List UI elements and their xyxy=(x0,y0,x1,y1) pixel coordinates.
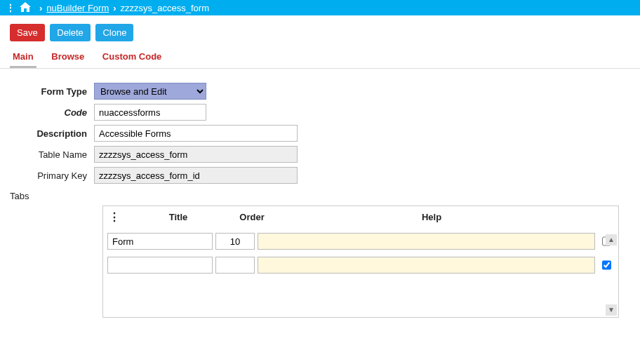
grid-row-checkbox[interactable] xyxy=(602,257,611,274)
save-button[interactable]: Save xyxy=(10,24,45,41)
tab-custom[interactable]: Custom Code xyxy=(100,48,165,66)
breadcrumb-bar: ⋮ › nuBuilder Form › zzzzsys_access_form xyxy=(0,0,640,15)
col-header-title: Title xyxy=(126,212,231,222)
label-code: Code xyxy=(10,107,94,118)
breadcrumb-page: zzzzsys_access_form xyxy=(121,3,209,13)
table-row xyxy=(107,231,614,252)
scroll-up-icon[interactable]: ▲ xyxy=(606,234,617,245)
primary-key-input[interactable] xyxy=(94,167,298,184)
delete-button[interactable]: Delete xyxy=(50,24,91,41)
menu-dots-icon[interactable]: ⋮ xyxy=(6,2,15,13)
tab-main[interactable]: Main xyxy=(10,48,36,68)
label-primary-key: Primary Key xyxy=(10,170,94,181)
col-header-help: Help xyxy=(273,212,590,222)
form-type-select[interactable]: Browse and Edit xyxy=(94,83,206,100)
grid-order-input[interactable] xyxy=(215,233,255,250)
grid-order-input[interactable] xyxy=(215,257,255,274)
clone-button[interactable]: Clone xyxy=(95,24,133,41)
grid-options-icon[interactable]: ⋮ xyxy=(109,210,120,224)
grid-title-input[interactable] xyxy=(107,233,213,250)
toolbar: Save Delete Clone xyxy=(0,15,640,48)
subgrid-rows xyxy=(103,231,618,276)
tab-bar: Main Browse Custom Code xyxy=(0,48,640,69)
grid-help-input[interactable] xyxy=(258,257,595,274)
label-form-type: Form Type xyxy=(10,86,94,97)
form-area: Form Type Browse and Edit Code Descripti… xyxy=(0,69,640,328)
tab-browse[interactable]: Browse xyxy=(48,48,87,66)
scroll-down-icon[interactable]: ▼ xyxy=(606,304,617,316)
table-name-input[interactable] xyxy=(94,146,298,163)
label-description: Description xyxy=(10,128,94,139)
breadcrumb-separator: › xyxy=(39,3,42,13)
col-header-order: Order xyxy=(231,212,273,222)
subgrid-header: ⋮ Title Order Help xyxy=(103,206,618,231)
grid-title-input[interactable] xyxy=(107,257,213,274)
breadcrumb-separator: › xyxy=(113,3,116,13)
label-tabs: Tabs xyxy=(10,188,29,201)
table-row xyxy=(107,255,614,276)
label-table-name: Table Name xyxy=(10,149,94,160)
grid-help-input[interactable] xyxy=(258,233,595,250)
description-input[interactable] xyxy=(94,125,298,142)
code-input[interactable] xyxy=(94,104,206,121)
home-icon[interactable] xyxy=(20,2,31,14)
tabs-subgrid: ⋮ Title Order Help ▲ ▼ xyxy=(102,205,619,318)
breadcrumb-app[interactable]: nuBuilder Form xyxy=(46,3,109,13)
